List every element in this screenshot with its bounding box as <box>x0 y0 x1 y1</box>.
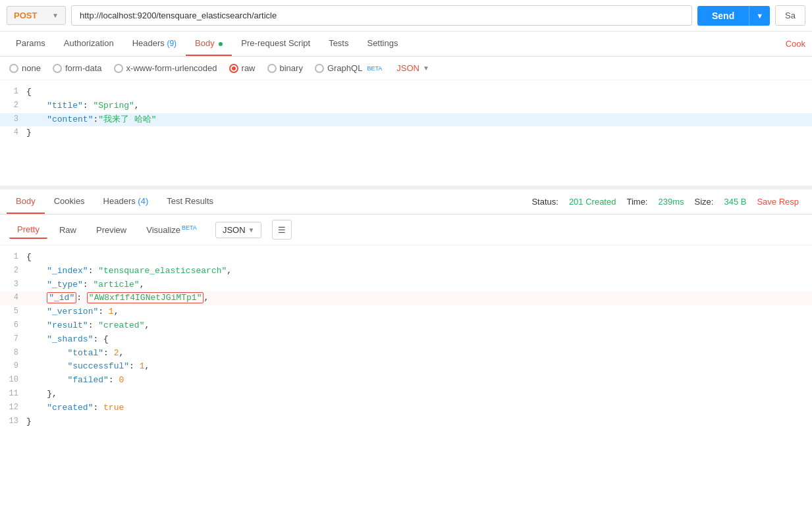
line-content: "title": "Spring", <box>26 99 812 113</box>
fmt-preview[interactable]: Preview <box>88 222 134 238</box>
send-button[interactable]: Send <box>697 6 749 26</box>
resp-line-5: 5 "_version": 1, <box>0 305 812 319</box>
radio-binary[interactable] <box>267 64 277 73</box>
fmt-pretty[interactable]: Pretty <box>9 221 47 239</box>
resp-line-8: 8 "total": 2, <box>0 347 812 361</box>
line-number: 13 <box>0 415 26 428</box>
option-urlencoded[interactable]: x-www-form-urlencoded <box>114 63 217 73</box>
response-code-editor[interactable]: 1{2 "_index": "tensquare_elasticsearch",… <box>0 245 812 434</box>
resp-line-11: 11 }, <box>0 388 812 401</box>
resp-line-3: 3 "_type": "article", <box>0 278 812 292</box>
headers-badge: (9) <box>167 39 176 48</box>
status-label: Status: <box>531 197 558 207</box>
tab-params[interactable]: Params <box>7 32 55 56</box>
tab-headers[interactable]: Headers (9) <box>123 32 186 56</box>
radio-graphql[interactable] <box>315 64 324 73</box>
line-content: "_index": "tensquare_elasticsearch", <box>26 265 812 278</box>
response-format-bar: Pretty Raw Preview VisualizeBETA JSON ▼ … <box>0 215 812 245</box>
line-content: } <box>26 415 812 429</box>
line-content: "_version": 1, <box>26 305 812 319</box>
fmt-raw[interactable]: Raw <box>51 222 84 238</box>
resp-headers-badge: (4) <box>138 196 148 206</box>
line-number: 5 <box>0 305 26 318</box>
save-response-button[interactable]: Save Resp <box>757 197 799 207</box>
resp-tab-test-results[interactable]: Test Results <box>157 190 223 214</box>
resp-line-10: 10 "failed": 0 <box>0 374 812 388</box>
line-content: "created": true <box>26 401 812 415</box>
tab-tests[interactable]: Tests <box>319 32 358 56</box>
resp-json-label: JSON <box>223 225 246 235</box>
option-binary[interactable]: binary <box>267 63 303 73</box>
option-none-label: none <box>22 63 41 73</box>
req-line-4: 4} <box>0 126 812 140</box>
request-code-editor[interactable]: 1{2 "title": "Spring",3 "content":"我来了 哈… <box>0 80 812 186</box>
time-label: Time: <box>626 197 647 207</box>
radio-raw[interactable] <box>229 64 238 73</box>
resp-line-7: 7 "_shards": { <box>0 333 812 347</box>
json-format-selector[interactable]: JSON ▼ <box>396 63 429 73</box>
line-content: "total": 2, <box>26 347 812 361</box>
line-number: 4 <box>0 292 26 304</box>
line-content: } <box>26 126 812 140</box>
line-number: 7 <box>0 333 26 345</box>
resp-line-12: 12 "created": true <box>0 401 812 415</box>
line-content: "successful": 1, <box>26 360 812 374</box>
resp-tab-headers[interactable]: Headers (4) <box>94 190 158 214</box>
line-number: 2 <box>0 265 26 277</box>
resp-line-9: 9 "successful": 1, <box>0 360 812 374</box>
size-value: 345 B <box>724 197 746 207</box>
line-content: "_shards": { <box>26 333 812 347</box>
option-urlencoded-label: x-www-form-urlencoded <box>126 63 217 73</box>
line-content: "content":"我来了 哈哈" <box>26 113 812 127</box>
resp-line-2: 2 "_index": "tensquare_elasticsearch", <box>0 265 812 278</box>
resp-line-13: 13} <box>0 415 812 429</box>
line-number: 1 <box>0 251 26 263</box>
fmt-visualize[interactable]: VisualizeBETA <box>138 221 205 238</box>
req-line-3: 3 "content":"我来了 哈哈" <box>0 113 812 127</box>
json-format-arrow-icon: ▼ <box>423 64 429 72</box>
line-content: "failed": 0 <box>26 374 812 388</box>
wrap-lines-icon: ☰ <box>278 225 286 235</box>
size-label: Size: <box>695 197 714 207</box>
line-number: 2 <box>0 99 26 112</box>
radio-none[interactable] <box>9 64 18 73</box>
radio-form-data[interactable] <box>53 64 62 73</box>
option-raw[interactable]: raw <box>229 63 256 73</box>
req-line-1: 1{ <box>0 86 812 99</box>
line-number: 12 <box>0 401 26 414</box>
wrap-icon[interactable]: ☰ <box>272 220 292 240</box>
tab-body[interactable]: Body <box>186 32 232 56</box>
send-button-group: Send ▼ <box>697 6 770 26</box>
method-arrow-icon: ▼ <box>52 12 59 19</box>
tab-prerequest[interactable]: Pre-request Script <box>232 32 319 56</box>
tab-cookies[interactable]: Cook <box>776 32 805 55</box>
tab-authorization[interactable]: Authorization <box>55 32 123 56</box>
radio-urlencoded[interactable] <box>114 64 123 73</box>
resp-tab-cookies[interactable]: Cookies <box>45 190 94 214</box>
save-button[interactable]: Sa <box>775 5 805 26</box>
line-content: }, <box>26 388 812 401</box>
line-content: "_id": "AW8xf1f4IGNetJGiMTp1", <box>26 292 812 305</box>
url-input[interactable] <box>71 5 692 26</box>
send-dropdown-arrow[interactable]: ▼ <box>749 6 770 26</box>
line-number: 8 <box>0 347 26 359</box>
line-content: "result": "created", <box>26 319 812 333</box>
request-tab-bar: Params Authorization Headers (9) Body Pr… <box>0 32 812 57</box>
resp-line-6: 6 "result": "created", <box>0 319 812 333</box>
option-none[interactable]: none <box>9 63 41 73</box>
status-value: 201 Created <box>569 197 616 207</box>
line-number: 9 <box>0 360 26 372</box>
tab-settings[interactable]: Settings <box>358 32 407 56</box>
resp-tab-body[interactable]: Body <box>7 190 45 214</box>
option-graphql[interactable]: GraphQL BETA <box>315 63 382 73</box>
line-content: "_type": "article", <box>26 278 812 292</box>
json-format-label: JSON <box>396 63 420 73</box>
option-raw-label: raw <box>242 63 256 73</box>
time-value: 239ms <box>658 197 684 207</box>
resp-json-format-selector[interactable]: JSON ▼ <box>215 222 262 238</box>
option-form-data[interactable]: form-data <box>53 63 102 73</box>
line-content: { <box>26 251 812 265</box>
line-number: 4 <box>0 126 26 139</box>
body-options-bar: none form-data x-www-form-urlencoded raw… <box>0 57 812 80</box>
method-dropdown[interactable]: POST ▼ <box>7 6 66 25</box>
